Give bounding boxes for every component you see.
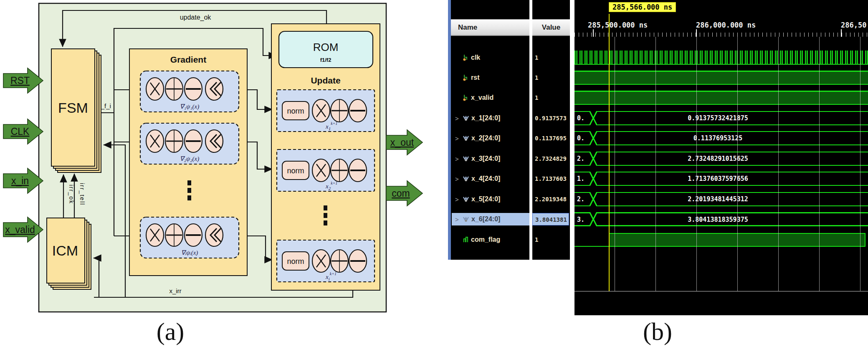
signal-name: x_5[24:0] [471, 195, 500, 203]
wave-com-flag[interactable] [574, 233, 868, 247]
waveform-viewer: Name clk rst x_valid > x_1[24:0] > x_2[2… [448, 0, 868, 315]
signal-row-x1[interactable]: > x_1[24:0] [452, 112, 529, 124]
flag-low-segment [574, 233, 609, 247]
bus-transition-icon [590, 192, 597, 206]
gradient-formula-i: ∇ᵢψᵢ(x) [181, 249, 198, 256]
signal-value[interactable]: 0.9137573 [532, 112, 569, 124]
port-label-com: com [392, 188, 410, 199]
wave-x6[interactable]: 3. 3.80413818359375 [574, 212, 868, 226]
signal-row-rst[interactable]: rst [452, 71, 529, 84]
signal-value[interactable]: 1 [532, 233, 569, 246]
time-cursor[interactable] [609, 14, 610, 291]
wave-rst[interactable] [574, 71, 868, 85]
bus-prev-value: 1. [577, 175, 585, 182]
bus-prev-value: 0. [577, 134, 585, 142]
wave-x3[interactable]: 2. 2.73248291015625 [574, 152, 868, 166]
update-result-1-sub: 1 [329, 126, 331, 131]
name-column: Name clk rst x_valid > x_1[24:0] > x_2[2… [451, 0, 529, 260]
bus-prev-value: 2. [577, 195, 585, 203]
gradient-module: Gradient ∇₁ψ₁(x) ∇₂ψ₂(x) ∇ᵢψᵢ(x) [129, 49, 247, 276]
time-tick-label: 285,500.000 ns [588, 21, 648, 29]
signal-name: x_3[24:0] [471, 155, 500, 162]
scalar-signal-icon [463, 74, 469, 81]
bus-transition-icon [590, 172, 597, 186]
time-axis-ticks [574, 33, 868, 37]
wave-x2[interactable]: 0. 0.11376953125 [574, 131, 868, 145]
bus-signal-icon [463, 155, 469, 162]
signal-value[interactable]: 2.2019348 [532, 193, 569, 205]
wave-x-valid[interactable] [574, 91, 868, 105]
gridline [655, 37, 656, 291]
norm-label: norm [287, 257, 304, 266]
wave-x1[interactable]: 0. 0.91375732421875 [574, 111, 868, 125]
signal-value-selected[interactable]: 3.8041381 [532, 213, 569, 225]
bus-segment: 0.91375732421875 [597, 111, 868, 125]
expand-icon[interactable]: > [455, 135, 461, 142]
signal-row-x-valid[interactable]: x_valid [452, 91, 529, 104]
signal-row-x3[interactable]: > x_3[24:0] [452, 152, 529, 165]
wave-clk[interactable] [574, 51, 868, 65]
bus-segment: 1.71376037597656 [597, 172, 868, 186]
signal-row-x4[interactable]: > x_4[24:0] [452, 172, 529, 185]
expand-icon[interactable]: > [455, 196, 461, 203]
signal-row-x2[interactable]: > x_2[24:0] [452, 132, 529, 144]
window-edge-bar [448, 0, 451, 260]
port-label-x-out: x_out [390, 137, 414, 148]
bus-signal-icon [463, 216, 469, 223]
norm-label: norm [287, 167, 304, 175]
wave-plot-area[interactable]: 285,500.000 ns 286,000.000 ns 286,50 0. … [574, 0, 868, 315]
wave-x4[interactable]: 1. 1.71376037597656 [574, 172, 868, 186]
expand-icon[interactable]: > [455, 155, 461, 162]
signal-name: x_6[24:0] [471, 215, 500, 223]
major-tick [696, 29, 697, 37]
gradient-formula-1: ∇₁ψ₁(x) [180, 103, 199, 110]
port-label-x-valid: x_valid [5, 224, 35, 235]
expand-icon[interactable]: > [455, 216, 461, 223]
rom-sub-label: f1/f2 [320, 57, 332, 63]
signal-value[interactable]: 2.7324829 [532, 152, 569, 165]
gradient-unit-i: ∇ᵢψᵢ(x) [140, 217, 239, 258]
value-column-header[interactable]: Value [532, 19, 570, 36]
signal-value[interactable]: 1.7137603 [532, 172, 569, 185]
bus-segment: 2.20193481445312 [597, 192, 868, 206]
signal-value[interactable]: 1 [532, 51, 569, 64]
bus-signal-icon [463, 175, 469, 182]
bus-prev-segment: 0. [574, 111, 590, 125]
value-column: Value 1 1 1 0.9137573 0.1137695 2.732482… [532, 0, 570, 260]
expand-icon[interactable]: > [455, 115, 461, 122]
update-unit-1: norm x1k+1 [277, 90, 375, 132]
bus-transition-icon [590, 212, 597, 226]
signal-row-com-flag[interactable]: com_flag [452, 233, 529, 246]
gradient-ellipsis [187, 180, 191, 200]
gradient-formula-2: ∇₂ψ₂(x) [180, 155, 199, 162]
time-tick-label: 286,50 [841, 21, 866, 29]
caption-b: (b) [624, 317, 691, 346]
update-result-1-sup: k+1 [331, 121, 337, 126]
norm-label: norm [287, 107, 304, 115]
port-label-x-in: x_in [11, 175, 29, 186]
gradient-title: Gradient [170, 55, 206, 64]
bus-prev-segment: 3. [574, 212, 590, 226]
bus-transition-icon [590, 152, 597, 166]
bus-signal-icon [463, 115, 469, 122]
bus-transition-icon [590, 131, 597, 145]
signal-name: com_flag [471, 236, 500, 243]
cursor-time-label[interactable]: 285,566.000 ns [609, 2, 676, 12]
wire-label-update-ok: update_ok [180, 14, 212, 21]
wave-x5[interactable]: 2. 2.20193481445312 [574, 192, 868, 206]
fsm-label: FSM [58, 100, 88, 116]
signal-row-x6-selected[interactable]: > x_6[24:0] [452, 213, 529, 225]
fsm-block: FSM [51, 49, 101, 172]
update-unit-2: norm x2k+1 [277, 149, 375, 191]
gridline [696, 37, 697, 291]
name-column-header[interactable]: Name [451, 19, 529, 36]
expand-icon[interactable]: > [455, 175, 461, 182]
signal-row-clk[interactable]: clk [452, 51, 529, 64]
signal-value[interactable]: 1 [532, 71, 569, 84]
wire-label-irr-tell: irr_tell [79, 183, 86, 205]
signal-row-x5[interactable]: > x_5[24:0] [452, 193, 529, 205]
signal-value[interactable]: 1 [532, 91, 569, 104]
signal-value[interactable]: 0.1137695 [532, 132, 569, 144]
bus-signal-icon [463, 135, 469, 142]
signal-name: x_4[24:0] [471, 175, 500, 182]
